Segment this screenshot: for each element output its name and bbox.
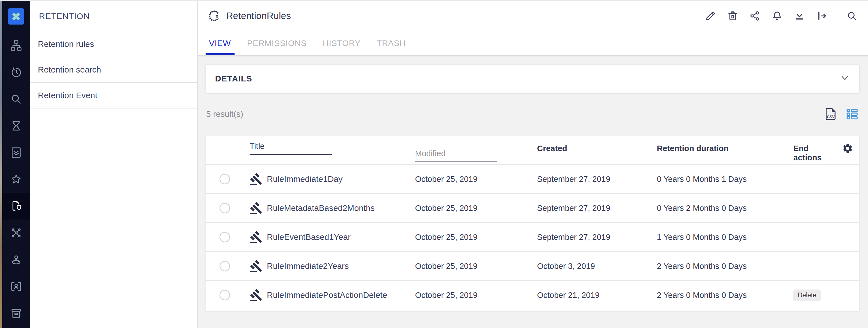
column-settings-gear-icon[interactable]	[836, 143, 859, 154]
gavel-icon	[250, 201, 263, 215]
row-title: RuleImmediate1Day	[267, 174, 343, 184]
row-created: September 27, 2019	[526, 203, 646, 213]
row-modified: October 25, 2019	[407, 203, 526, 213]
desktop-background-sliver	[0, 1, 2, 328]
icon-sidebar	[2, 1, 30, 328]
share-icon[interactable]	[747, 7, 763, 25]
delete-end-action-chip[interactable]: Delete	[793, 290, 820, 301]
results-table: Title Modified Created Retention duratio…	[206, 136, 859, 311]
gavel-icon	[250, 259, 263, 273]
table-row[interactable]: RuleImmediate2Years October 25, 2019 Oct…	[206, 251, 859, 280]
column-header-title[interactable]: Title	[247, 142, 407, 155]
workflow-network-icon[interactable]	[2, 219, 30, 246]
row-modified: October 25, 2019	[407, 233, 526, 242]
row-created: October 3, 2019	[526, 262, 646, 271]
row-retention-duration: 1 Years 0 Months 0 Days	[646, 233, 783, 242]
row-title: RuleImmediatePostActionDelete	[267, 290, 387, 300]
logo-slot	[2, 1, 30, 32]
csv-export-icon[interactable]: CSV	[823, 107, 838, 121]
retention-drawer: RETENTION Retention rules Retention sear…	[30, 1, 198, 328]
table-row[interactable]: RuleImmediate1Day October 25, 2019 Septe…	[206, 164, 859, 193]
row-retention-duration: 0 Years 2 Months 0 Days	[646, 203, 783, 213]
results-count: 5 result(s)	[206, 109, 243, 119]
table-row[interactable]: RuleEventBased1Year October 25, 2019 Sep…	[206, 222, 859, 251]
pending-tasks-hourglass-icon[interactable]	[2, 112, 30, 139]
row-created: October 21, 2019	[526, 291, 646, 300]
drawer-title: RETENTION	[30, 1, 197, 31]
document-header: RetentionRules	[198, 1, 868, 31]
list-view-toggle-icon[interactable]	[845, 107, 859, 121]
row-created: September 27, 2019	[526, 233, 646, 242]
document-tabs: VIEW PERMISSIONS HISTORY TRASH	[198, 31, 868, 55]
page-title: RetentionRules	[226, 10, 291, 21]
row-modified: October 25, 2019	[407, 262, 526, 271]
svg-text:CSV: CSV	[827, 115, 835, 119]
history-icon[interactable]	[2, 59, 30, 86]
row-select-radio[interactable]	[219, 290, 230, 300]
export-arrow-icon[interactable]	[814, 7, 830, 25]
search-icon[interactable]	[2, 86, 30, 112]
header-divider	[837, 1, 837, 31]
table-row[interactable]: RuleMetadataBased2Months October 25, 201…	[206, 193, 859, 222]
delete-trash-icon[interactable]	[725, 7, 740, 25]
column-header-modified[interactable]: Modified	[407, 149, 526, 162]
drawer-item-retention-rules[interactable]: Retention rules	[30, 31, 197, 57]
gavel-icon	[250, 230, 263, 244]
download-icon[interactable]	[792, 7, 807, 25]
row-retention-duration: 2 Years 0 Months 0 Days	[646, 262, 783, 271]
archive-trash-icon[interactable]	[2, 300, 30, 327]
row-select-radio[interactable]	[219, 174, 230, 184]
details-panel[interactable]: DETAILS	[206, 65, 859, 92]
table-header-row: Title Modified Created Retention duratio…	[206, 136, 859, 164]
row-retention-duration: 2 Years 0 Months 0 Days	[646, 291, 783, 300]
gavel-icon	[250, 289, 263, 302]
drawer-item-retention-event[interactable]: Retention Event	[30, 83, 197, 109]
row-title: RuleMetadataBased2Months	[267, 203, 375, 213]
tab-permissions[interactable]: PERMISSIONS	[247, 31, 307, 55]
dotted-circle-folder-icon	[208, 9, 222, 23]
nuxeo-logo[interactable]	[8, 8, 24, 25]
profile-card-icon[interactable]	[2, 273, 30, 300]
favorites-star-icon[interactable]	[2, 166, 30, 193]
notifications-bell-icon[interactable]	[769, 7, 785, 25]
app-window: RETENTION Retention rules Retention sear…	[0, 0, 868, 328]
row-select-radio[interactable]	[219, 203, 230, 213]
row-end-actions: Delete	[783, 290, 836, 301]
row-select-radio[interactable]	[219, 232, 230, 242]
main-area: RetentionRules	[198, 1, 868, 328]
drawer-item-retention-search[interactable]: Retention search	[30, 57, 197, 83]
row-select-radio[interactable]	[219, 261, 230, 271]
browse-tree-icon[interactable]	[2, 32, 30, 59]
search-icon[interactable]	[844, 7, 860, 25]
user-settings-icon[interactable]	[2, 246, 30, 273]
tasks-document-icon[interactable]	[2, 139, 30, 166]
row-title: RuleEventBased1Year	[267, 232, 351, 242]
row-created: September 27, 2019	[526, 174, 646, 184]
tab-trash[interactable]: TRASH	[377, 31, 406, 55]
row-title: RuleImmediate2Years	[267, 261, 349, 271]
retention-shield-icon[interactable]	[2, 193, 30, 219]
row-retention-duration: 0 Years 0 Months 1 Days	[646, 174, 783, 184]
tab-view[interactable]: VIEW	[209, 31, 231, 55]
table-row[interactable]: RuleImmediatePostActionDelete October 25…	[206, 280, 859, 309]
sort-indicator	[250, 154, 332, 155]
column-header-end-actions[interactable]: End actions	[783, 144, 836, 162]
details-label: DETAILS	[215, 74, 252, 83]
gavel-icon	[250, 172, 263, 186]
edit-pencil-icon[interactable]	[703, 7, 718, 25]
column-header-retention-duration[interactable]: Retention duration	[646, 144, 783, 153]
chevron-down-icon[interactable]	[840, 73, 850, 84]
tab-history[interactable]: HISTORY	[323, 31, 361, 55]
row-modified: October 25, 2019	[407, 291, 526, 300]
header-actions	[696, 1, 868, 31]
results-bar: 5 result(s) CSV	[206, 92, 859, 136]
row-modified: October 25, 2019	[407, 174, 526, 184]
content-area: DETAILS 5 result(s) CSV	[198, 55, 868, 328]
column-header-created[interactable]: Created	[526, 144, 646, 153]
sort-indicator	[415, 162, 497, 162]
